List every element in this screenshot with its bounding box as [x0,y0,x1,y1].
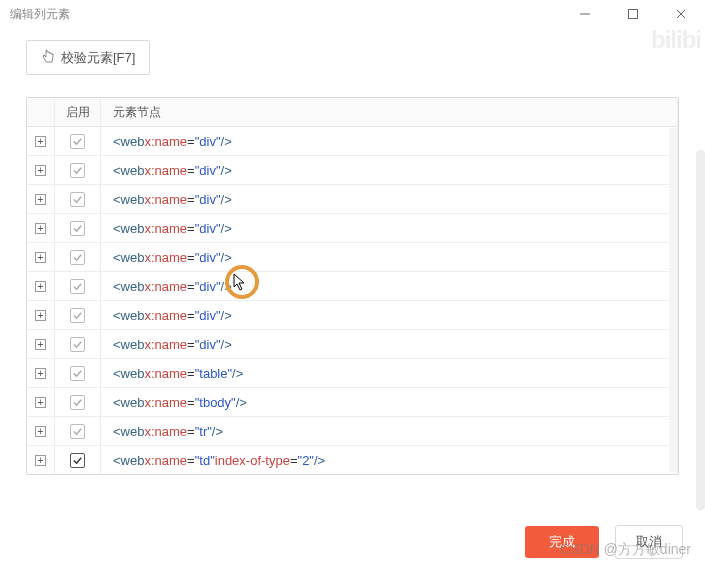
expand-icon[interactable]: + [35,310,46,321]
enable-checkbox[interactable] [70,279,85,294]
enable-checkbox[interactable] [70,192,85,207]
table-row[interactable]: +<web x:name="div" /> [27,330,678,359]
header-expand [27,98,55,126]
minimize-button[interactable] [569,0,601,28]
table-row[interactable]: +<web x:name="div" /> [27,243,678,272]
expand-icon[interactable]: + [35,426,46,437]
enable-checkbox[interactable] [70,250,85,265]
close-button[interactable] [665,0,697,28]
table-scrollbar[interactable] [669,128,677,472]
validate-label: 校验元素[F7] [61,49,135,67]
enable-checkbox[interactable] [70,134,85,149]
enable-checkbox[interactable] [70,221,85,236]
enable-checkbox[interactable] [70,424,85,439]
table-row[interactable]: +<web x:name="td" index-of-type="2" /> [27,446,678,474]
pointer-icon [41,48,55,67]
node-cell[interactable]: <web x:name="div" /> [101,156,678,184]
svg-rect-1 [629,10,638,19]
table-row[interactable]: +<web x:name="div" /> [27,272,678,301]
header-node: 元素节点 [101,98,678,126]
titlebar: 编辑列元素 [0,0,705,28]
expand-icon[interactable]: + [35,194,46,205]
finish-button[interactable]: 完成 [525,526,599,558]
element-table: 启用 元素节点 +<web x:name="div" />+<web x:nam… [26,97,679,475]
expand-icon[interactable]: + [35,281,46,292]
enable-checkbox[interactable] [70,453,85,468]
table-header: 启用 元素节点 [27,98,678,127]
expand-icon[interactable]: + [35,368,46,379]
node-cell[interactable]: <web x:name="table" /> [101,359,678,387]
node-cell[interactable]: <web x:name="div" /> [101,185,678,213]
expand-icon[interactable]: + [35,136,46,147]
enable-checkbox[interactable] [70,395,85,410]
cancel-button[interactable]: 取消 [615,525,683,559]
enable-checkbox[interactable] [70,366,85,381]
enable-checkbox[interactable] [70,308,85,323]
node-cell[interactable]: <web x:name="tr" /> [101,417,678,445]
node-cell[interactable]: <web x:name="td" index-of-type="2" /> [101,446,678,474]
expand-icon[interactable]: + [35,339,46,350]
window-title: 编辑列元素 [10,6,70,23]
node-cell[interactable]: <web x:name="div" /> [101,301,678,329]
table-row[interactable]: +<web x:name="div" /> [27,156,678,185]
expand-icon[interactable]: + [35,223,46,234]
validate-element-button[interactable]: 校验元素[F7] [26,40,150,75]
enable-checkbox[interactable] [70,163,85,178]
node-cell[interactable]: <web x:name="div" /> [101,127,678,155]
table-row[interactable]: +<web x:name="div" /> [27,127,678,156]
header-enable: 启用 [55,98,101,126]
node-cell[interactable]: <web x:name="tbody" /> [101,388,678,416]
node-cell[interactable]: <web x:name="div" /> [101,272,678,300]
table-row[interactable]: +<web x:name="tbody" /> [27,388,678,417]
maximize-button[interactable] [617,0,649,28]
node-cell[interactable]: <web x:name="div" /> [101,243,678,271]
expand-icon[interactable]: + [35,165,46,176]
table-row[interactable]: +<web x:name="tr" /> [27,417,678,446]
table-row[interactable]: +<web x:name="div" /> [27,214,678,243]
expand-icon[interactable]: + [35,252,46,263]
table-row[interactable]: +<web x:name="div" /> [27,185,678,214]
table-row[interactable]: +<web x:name="div" /> [27,301,678,330]
table-row[interactable]: +<web x:name="table" /> [27,359,678,388]
table-body: +<web x:name="div" />+<web x:name="div" … [27,127,678,474]
expand-icon[interactable]: + [35,455,46,466]
enable-checkbox[interactable] [70,337,85,352]
expand-icon[interactable]: + [35,397,46,408]
node-cell[interactable]: <web x:name="div" /> [101,330,678,358]
node-cell[interactable]: <web x:name="div" /> [101,214,678,242]
